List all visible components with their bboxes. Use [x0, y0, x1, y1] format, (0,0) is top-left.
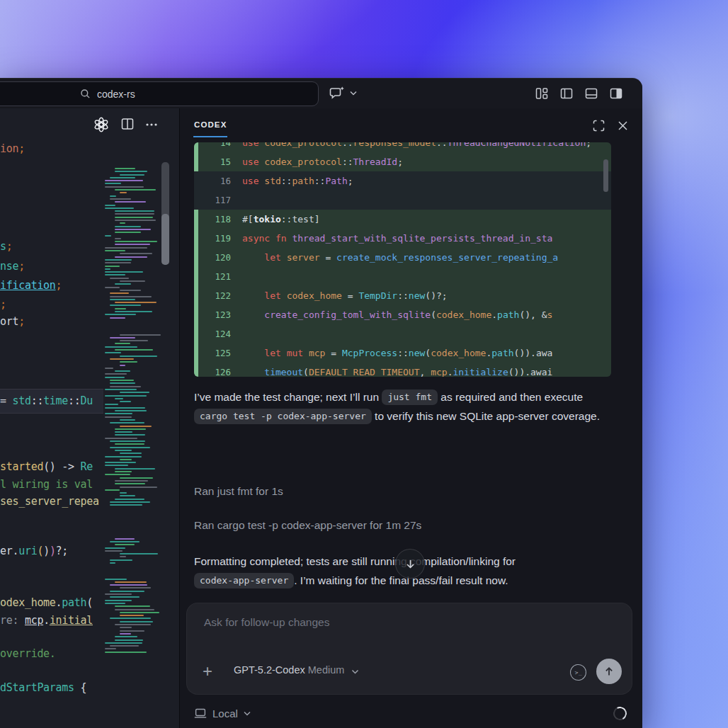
- minimap[interactable]: [105, 160, 160, 666]
- terminal-badge-icon[interactable]: >_: [569, 664, 588, 682]
- search-query-text: codex-rs: [97, 89, 135, 100]
- chevron-down-icon: [351, 669, 359, 674]
- line-number: 121: [198, 267, 242, 286]
- line-number: 123: [198, 305, 242, 324]
- line-number: 15: [198, 152, 242, 171]
- tool-run-status[interactable]: Ran cargo test -p codex-app-server for 1…: [194, 519, 421, 532]
- code-line: let mut mcp = McpProcess::new(codex_home…: [242, 343, 552, 363]
- loading-spinner: [612, 705, 629, 722]
- diff-code-block[interactable]: 14use codex_protocol::responses_model::T…: [194, 142, 611, 377]
- diff-row[interactable]: 14use codex_protocol::responses_model::T…: [194, 142, 611, 152]
- editor-pane[interactable]: ion;s;nse;ification;;ort;= std::time::Du…: [0, 108, 179, 728]
- environment-selector[interactable]: Local: [194, 705, 256, 722]
- editor-toolbar: [0, 108, 179, 141]
- more-actions-icon[interactable]: [144, 120, 159, 130]
- toggle-secondary-sidebar-icon[interactable]: [609, 86, 623, 101]
- send-arrow-up-icon: [603, 665, 615, 678]
- editor-code-fragment: = std::time::Du: [0, 394, 93, 407]
- line-number: 16: [198, 171, 242, 190]
- line-number: 119: [198, 229, 242, 248]
- model-selector[interactable]: GPT-5.2-Codex Medium: [234, 664, 359, 676]
- diff-row[interactable]: 118#[tokio::test]: [194, 210, 611, 229]
- scroll-to-bottom-button[interactable]: [395, 549, 425, 579]
- model-name: GPT-5.2-Codex: [234, 664, 305, 676]
- editor-code-fragment: override.: [0, 647, 56, 660]
- toggle-primary-sidebar-icon[interactable]: [559, 86, 574, 101]
- panel-title: CODEX: [194, 120, 227, 129]
- line-number: 124: [198, 324, 242, 343]
- send-button[interactable]: [596, 659, 622, 684]
- editor-code-fragment: er.uri())?;: [0, 545, 68, 557]
- followup-input[interactable]: Ask for follow-up changes: [204, 616, 329, 629]
- command-center-search[interactable]: codex-rs: [0, 81, 319, 106]
- editor-code-fragment: ;: [0, 298, 6, 311]
- editor-code-fragment: ort;: [0, 315, 25, 328]
- line-number: 126: [198, 363, 242, 377]
- inline-code-chip: just fmt: [382, 389, 438, 405]
- customize-layout-icon[interactable]: [535, 86, 549, 101]
- editor-code-fragment: s;: [0, 240, 12, 253]
- title-bar: codex-rs: [0, 79, 642, 109]
- diff-row[interactable]: 125 let mut mcp = McpProcess::new(codex_…: [194, 343, 611, 363]
- editor-scrollbar-thumb[interactable]: [161, 214, 169, 265]
- editor-code-fragment: re: mcp.initial: [0, 614, 93, 627]
- line-number: 120: [198, 248, 242, 267]
- add-context-icon[interactable]: +: [203, 661, 212, 682]
- codex-panel: CODEX 14use codex_protocol::responses_mo…: [180, 108, 642, 728]
- editor-code-fragment: nse;: [0, 260, 25, 273]
- diff-row[interactable]: 121: [194, 267, 611, 286]
- editor-code-fragment: l wiring is val: [0, 478, 93, 491]
- model-effort: Medium: [308, 664, 345, 676]
- code-line: async fn thread_start_with_sqlite_persis…: [242, 229, 552, 248]
- chevron-down-icon: [244, 711, 251, 716]
- diff-row[interactable]: 16use std::path::Path;: [194, 171, 611, 190]
- code-line: let codex_home = TempDir::new()?;: [242, 286, 448, 305]
- diff-row[interactable]: 126 timeout(DEFAULT_READ_TIMEOUT, mcp.in…: [194, 363, 611, 377]
- expand-icon[interactable]: [592, 119, 605, 132]
- openai-logo-icon[interactable]: [93, 117, 109, 132]
- editor-code-fragment: ses_server_repea: [0, 495, 99, 508]
- diff-row[interactable]: 122 let codex_home = TempDir::new()?;: [194, 286, 611, 305]
- editor-code-fragment: ion;: [0, 142, 25, 155]
- diff-row[interactable]: 119async fn thread_start_with_sqlite_per…: [194, 229, 611, 248]
- editor-code-fragment: odex_home.path(: [0, 596, 93, 609]
- close-icon[interactable]: [616, 119, 630, 132]
- code-line: use std::path::Path;: [242, 171, 353, 190]
- line-number: 122: [198, 286, 242, 305]
- line-number: 14: [198, 142, 242, 152]
- diff-row[interactable]: 123 create_config_toml_with_sqlite(codex…: [194, 305, 611, 324]
- code-line: let server = create_mock_responses_serve…: [242, 248, 558, 267]
- diff-row[interactable]: 117: [194, 190, 611, 210]
- code-line: use codex_protocol::responses_model::Thr…: [242, 142, 591, 152]
- followup-input-card: Ask for follow-up changes + GPT-5.2-Code…: [186, 603, 632, 695]
- editor-code-fragment: started() -> Re: [0, 460, 93, 473]
- inline-code-chip: cargo test -p codex-app-server: [194, 409, 372, 424]
- search-icon: [80, 89, 91, 99]
- assistant-message: I’ve made the test change; next I’ll run…: [194, 387, 609, 426]
- split-editor-icon[interactable]: [120, 117, 135, 131]
- active-tab-underline: [193, 136, 227, 137]
- chat-sparkle-icon[interactable]: [329, 85, 346, 102]
- environment-label: Local: [212, 707, 238, 720]
- arrow-down-icon: [404, 557, 417, 571]
- line-number: 117: [198, 190, 242, 210]
- diff-row[interactable]: 15use codex_protocol::ThreadId;: [194, 152, 611, 171]
- chevron-down-icon[interactable]: [350, 91, 357, 96]
- code-line: use codex_protocol::ThreadId;: [242, 152, 403, 171]
- line-number: 125: [198, 343, 242, 363]
- inline-code-chip: codex-app-server: [194, 573, 294, 588]
- tool-run-status[interactable]: Ran just fmt for 1s: [194, 485, 283, 498]
- editor-code-fragment: ification;: [0, 279, 62, 292]
- diff-scrollbar-thumb[interactable]: [603, 159, 608, 192]
- code-line: create_config_toml_with_sqlite(codex_hom…: [242, 305, 552, 324]
- editor-code-fragment: dStartParams {: [0, 681, 86, 694]
- line-number: 118: [198, 210, 242, 229]
- laptop-icon: [194, 707, 207, 719]
- vscode-window: codex-rs: [0, 78, 642, 728]
- diff-row[interactable]: 124: [194, 324, 611, 343]
- code-line: #[tokio::test]: [242, 210, 320, 229]
- code-line: timeout(DEFAULT_READ_TIMEOUT, mcp.initia…: [242, 363, 552, 377]
- toggle-panel-icon[interactable]: [584, 86, 598, 101]
- diff-row[interactable]: 120 let server = create_mock_responses_s…: [194, 248, 611, 267]
